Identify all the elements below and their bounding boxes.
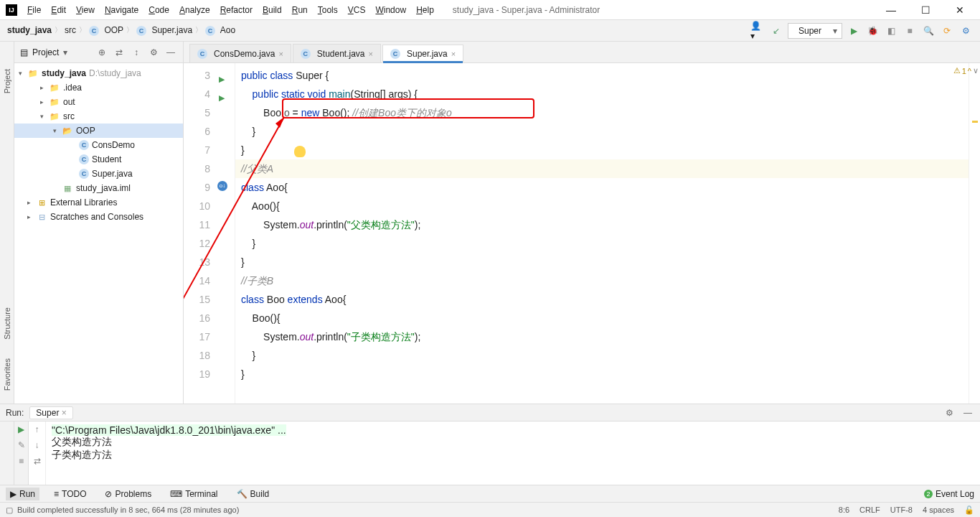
bottom-tab-problems[interactable]: ⊘Problems	[100, 488, 156, 500]
select-opened-icon[interactable]: ⊕	[95, 46, 108, 59]
code-line[interactable]: //父类A	[235, 159, 969, 178]
tree-item[interactable]: CConsDemo	[14, 138, 183, 152]
expand-icon[interactable]: ⇄	[113, 46, 126, 59]
run-tool-icon[interactable]: ✎	[18, 440, 25, 450]
close-tab-icon[interactable]: ×	[451, 50, 456, 58]
editor-tab[interactable]: CStudent.java×	[293, 44, 381, 62]
menu-run[interactable]: Run	[288, 2, 312, 18]
tree-item[interactable]: CStudent	[14, 152, 183, 167]
editor-tab[interactable]: CSuper.java×	[382, 45, 463, 63]
hide-panel-icon[interactable]: —	[164, 46, 177, 59]
code-line[interactable]: System.out.println("父类构造方法");	[235, 215, 969, 234]
menu-code[interactable]: Code	[144, 2, 174, 18]
settings-icon[interactable]: ⚙	[958, 24, 973, 38]
editor-tab[interactable]: CConsDemo.java×	[189, 44, 291, 62]
search-icon[interactable]: 🔍	[921, 24, 936, 38]
menu-analyze[interactable]: Analyze	[175, 2, 215, 18]
code-line[interactable]: }	[235, 234, 969, 253]
tree-item[interactable]: ▾📂OOP	[14, 124, 183, 138]
menu-vcs[interactable]: VCS	[344, 2, 370, 18]
code-line[interactable]: class Boo extends Aoo{	[235, 290, 969, 309]
run-config-selector[interactable]: Super ▾	[788, 23, 842, 39]
menu-file[interactable]: File	[23, 2, 45, 18]
code-area[interactable]: 3▶4▶56789o↓10111213141516171819 public c…	[184, 63, 980, 404]
code-line[interactable]: class Aoo{	[235, 178, 969, 197]
menu-navigate[interactable]: Navigate	[100, 2, 143, 18]
breadcrumb-item[interactable]: study_java	[7, 25, 52, 35]
line-separator[interactable]: CRLF	[859, 506, 880, 515]
error-stripe[interactable]: ⚠1 ^ ∨	[969, 63, 980, 404]
collapse-icon[interactable]: ↕	[130, 46, 143, 59]
sync-icon[interactable]: ⟳	[940, 24, 954, 38]
stop-run-icon[interactable]: ■	[19, 456, 24, 466]
menu-refactor[interactable]: Refactor	[216, 2, 257, 18]
code-line[interactable]: public class Super {	[235, 66, 969, 85]
code-line[interactable]: }	[235, 365, 969, 383]
coverage-button[interactable]: ◧	[884, 24, 898, 38]
build-icon[interactable]: ↙	[769, 24, 783, 38]
bottom-tab-build[interactable]: 🔨Build	[232, 488, 274, 500]
close-tab-icon[interactable]: ×	[369, 50, 373, 58]
gear-icon[interactable]: ⚙	[147, 46, 160, 59]
minimize-button[interactable]: —	[877, 1, 905, 19]
rerun-icon[interactable]: ▶	[18, 424, 24, 434]
breadcrumb-item[interactable]: C Super.java	[136, 25, 192, 36]
tree-item[interactable]: CSuper.java	[14, 167, 183, 181]
favorites-tool-tab[interactable]: Favorites	[3, 353, 11, 396]
code-line[interactable]: Boo(){	[235, 309, 969, 327]
menu-tools[interactable]: Tools	[314, 2, 342, 18]
readonly-lock-icon[interactable]: 🔓	[964, 506, 974, 515]
debug-button[interactable]: 🐞	[865, 24, 880, 38]
code-line[interactable]: }	[235, 122, 969, 141]
close-button[interactable]: ✕	[946, 1, 974, 19]
menu-help[interactable]: Help	[412, 2, 438, 18]
code-line[interactable]: //子类B	[235, 271, 969, 290]
close-tab-icon[interactable]: ×	[278, 50, 283, 58]
code-line[interactable]: }	[235, 346, 969, 365]
project-tool-tab[interactable]: Project	[3, 63, 11, 99]
up-icon[interactable]: ↑	[35, 424, 39, 434]
status-indicator-icon[interactable]: ▢	[6, 506, 13, 515]
warnings-badge[interactable]: ⚠1 ^ ∨	[953, 66, 979, 75]
run-tab[interactable]: Super ×	[29, 406, 72, 419]
tree-item[interactable]: ▦study_java.iml	[14, 181, 183, 195]
bottom-tab-run[interactable]: ▶Run	[6, 488, 39, 500]
file-encoding[interactable]: UTF-8	[890, 506, 913, 515]
project-tree[interactable]: ▾ 📁 study_java D:\study_java ▸📁.idea▸📁ou…	[14, 63, 183, 404]
warning-mark[interactable]	[972, 121, 978, 123]
run-settings-icon[interactable]: ⚙	[943, 406, 956, 419]
tree-item[interactable]: ▸📁out	[14, 95, 183, 109]
override-gutter-icon[interactable]: o↓	[217, 181, 227, 191]
breadcrumb-item[interactable]: C Aoo	[205, 25, 235, 36]
wrap-icon[interactable]: ⇄	[34, 456, 41, 466]
structure-tool-tab[interactable]: Structure	[3, 302, 11, 345]
caret-position[interactable]: 8:6	[839, 506, 849, 515]
run-hide-icon[interactable]: —	[961, 406, 974, 419]
console-output[interactable]: "C:\Program Files\Java\jdk1.8.0_201\bin\…	[46, 421, 980, 485]
run-button[interactable]: ▶	[847, 24, 861, 38]
user-icon[interactable]: 👤▾	[750, 24, 765, 38]
tree-item[interactable]: ▸⊞External Libraries	[14, 195, 183, 210]
stop-button[interactable]: ■	[903, 24, 917, 38]
tree-item[interactable]: ▾📁src	[14, 109, 183, 124]
bottom-tab-terminal[interactable]: ⌨Terminal	[166, 488, 222, 500]
tree-root[interactable]: ▾ 📁 study_java D:\study_java	[14, 66, 183, 80]
project-view-icon[interactable]: ▤	[20, 47, 28, 57]
breadcrumb-item[interactable]: C OOP	[89, 25, 123, 36]
code-line[interactable]: System.out.println("子类构造方法");	[235, 327, 969, 346]
breadcrumb-item[interactable]: src	[65, 25, 76, 35]
intention-bulb-icon[interactable]	[294, 146, 306, 157]
code-line[interactable]: }	[235, 141, 969, 159]
event-log-button[interactable]: 2 Event Log	[924, 489, 974, 499]
code-line[interactable]: }	[235, 253, 969, 271]
bottom-tab-todo[interactable]: ≡TODO	[50, 488, 90, 500]
tree-item[interactable]: ▸📁.idea	[14, 80, 183, 95]
maximize-button[interactable]: ☐	[911, 1, 940, 19]
code-line[interactable]: Aoo(){	[235, 197, 969, 215]
indent-setting[interactable]: 4 spaces	[923, 506, 954, 515]
tree-item[interactable]: ▸⊟Scratches and Consoles	[14, 210, 183, 224]
down-icon[interactable]: ↓	[35, 440, 39, 450]
menu-edit[interactable]: Edit	[47, 2, 70, 18]
menu-window[interactable]: Window	[371, 2, 410, 18]
menu-view[interactable]: View	[72, 2, 99, 18]
